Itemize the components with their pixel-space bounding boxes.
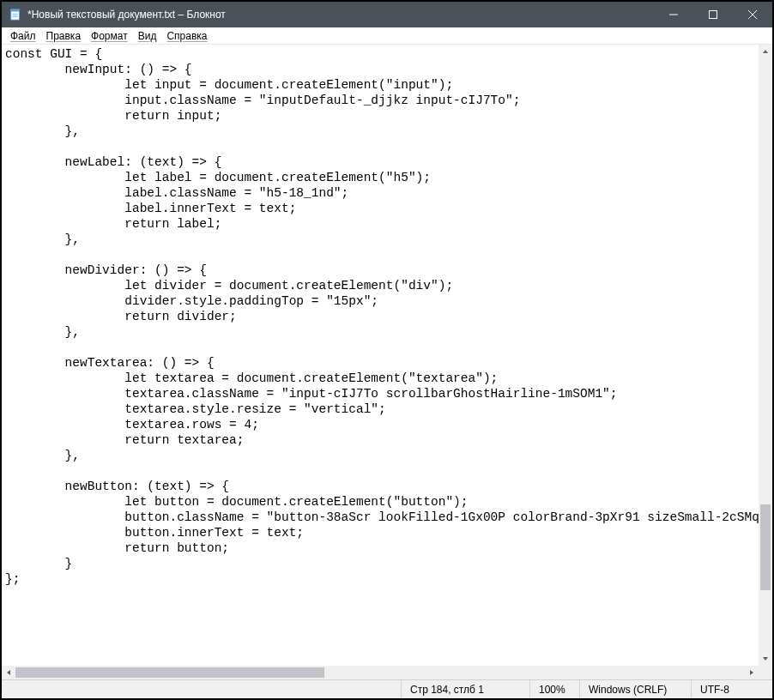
titlebar[interactable]: *Новый текстовый документ.txt – Блокнот	[2, 2, 772, 27]
svg-rect-6	[710, 11, 717, 19]
status-zoom: 100%	[529, 680, 579, 698]
notepad-app-icon	[9, 8, 22, 21]
maximize-button[interactable]	[693, 2, 733, 27]
menu-view[interactable]: Вид	[133, 30, 162, 42]
scroll-right-arrow-icon[interactable]	[745, 666, 759, 679]
window-controls	[654, 2, 772, 27]
editor-area: const GUI = { newInput: () => { let inpu…	[2, 45, 772, 679]
notepad-window: *Новый текстовый документ.txt – Блокнот …	[2, 2, 772, 698]
menu-file[interactable]: Файл	[5, 30, 41, 42]
menu-edit[interactable]: Правка	[41, 30, 87, 42]
window-title: *Новый текстовый документ.txt – Блокнот	[27, 9, 654, 21]
svg-rect-1	[11, 9, 20, 12]
svg-marker-11	[7, 670, 10, 675]
svg-marker-10	[763, 657, 768, 661]
statusbar: Стр 184, стлб 1 100% Windows (CRLF) UTF-…	[2, 679, 772, 698]
vertical-scrollbar-thumb[interactable]	[760, 504, 771, 590]
scrollbar-corner	[759, 666, 772, 679]
vertical-scrollbar[interactable]	[759, 45, 772, 666]
horizontal-scrollbar[interactable]	[2, 666, 759, 679]
minimize-button[interactable]	[654, 2, 693, 27]
scroll-up-arrow-icon[interactable]	[759, 45, 772, 58]
status-line-ending: Windows (CRLF)	[579, 680, 691, 698]
menu-format[interactable]: Формат	[86, 30, 133, 42]
status-cursor-position: Стр 184, стлб 1	[401, 680, 529, 698]
close-button[interactable]	[733, 2, 772, 27]
scroll-down-arrow-icon[interactable]	[759, 652, 772, 666]
text-editor[interactable]: const GUI = { newInput: () => { let inpu…	[2, 45, 759, 666]
status-encoding: UTF-8	[691, 680, 772, 698]
svg-marker-12	[750, 670, 753, 675]
svg-marker-9	[763, 50, 768, 53]
statusbar-spacer	[2, 680, 401, 698]
horizontal-scrollbar-thumb[interactable]	[15, 667, 324, 678]
menu-help[interactable]: Справка	[161, 30, 212, 42]
scroll-left-arrow-icon[interactable]	[2, 666, 15, 679]
menubar: Файл Правка Формат Вид Справка	[2, 27, 772, 45]
